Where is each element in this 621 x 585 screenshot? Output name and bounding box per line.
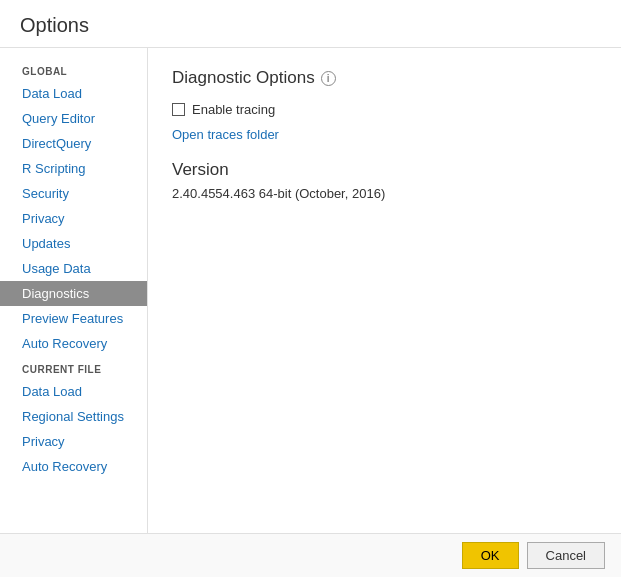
page-title: Options [0,0,621,48]
version-text: 2.40.4554.463 64-bit (October, 2016) [172,186,597,201]
dialog-body: GLOBAL Data Load Query Editor DirectQuer… [0,48,621,533]
footer: OK Cancel [0,533,621,577]
sidebar-item-cf-privacy[interactable]: Privacy [0,429,147,454]
main-content: Diagnostic Options i Enable tracing Open… [148,48,621,533]
ok-button[interactable]: OK [462,542,519,569]
sidebar-item-auto-recovery-global[interactable]: Auto Recovery [0,331,147,356]
sidebar-item-security[interactable]: Security [0,181,147,206]
sidebar-item-cf-data-load[interactable]: Data Load [0,379,147,404]
sidebar-item-direct-query[interactable]: DirectQuery [0,131,147,156]
current-file-section-label: CURRENT FILE [0,356,147,379]
sidebar-item-cf-auto-recovery[interactable]: Auto Recovery [0,454,147,479]
sidebar-item-usage-data[interactable]: Usage Data [0,256,147,281]
sidebar-item-query-editor[interactable]: Query Editor [0,106,147,131]
sidebar-item-data-load[interactable]: Data Load [0,81,147,106]
info-icon[interactable]: i [321,71,336,86]
enable-tracing-row: Enable tracing [172,102,597,117]
enable-tracing-checkbox[interactable] [172,103,185,116]
sidebar-item-cf-regional-settings[interactable]: Regional Settings [0,404,147,429]
version-title: Version [172,160,597,180]
cancel-button[interactable]: Cancel [527,542,605,569]
sidebar: GLOBAL Data Load Query Editor DirectQuer… [0,48,148,533]
options-dialog: Options GLOBAL Data Load Query Editor Di… [0,0,621,577]
sidebar-item-r-scripting[interactable]: R Scripting [0,156,147,181]
sidebar-item-privacy[interactable]: Privacy [0,206,147,231]
diagnostic-options-title: Diagnostic Options i [172,68,597,88]
diagnostic-options-title-text: Diagnostic Options [172,68,315,88]
sidebar-item-preview-features[interactable]: Preview Features [0,306,147,331]
open-traces-folder-link[interactable]: Open traces folder [172,127,279,142]
sidebar-item-updates[interactable]: Updates [0,231,147,256]
sidebar-item-diagnostics[interactable]: Diagnostics [0,281,147,306]
global-section-label: GLOBAL [0,58,147,81]
enable-tracing-label: Enable tracing [192,102,275,117]
